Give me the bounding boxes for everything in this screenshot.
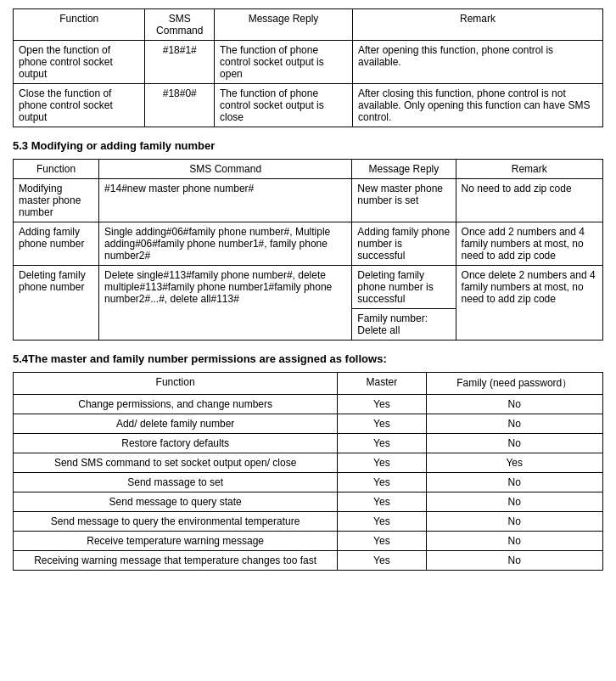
table-row: Receive temperature warning message Yes … (14, 532, 603, 551)
cell-master: Yes (338, 532, 426, 551)
table-row: Restore factory defaults Yes No (14, 434, 603, 453)
cell-master: Yes (338, 512, 426, 532)
cell-function: Modifying master phone number (14, 179, 99, 222)
cell-remark: After opening this function, phone contr… (352, 41, 602, 84)
cell-sms: #18#0# (145, 84, 215, 127)
cell-remark: Once add 2 numbers and 4 family numbers … (456, 222, 602, 266)
table-row: Receiving warning message that temperatu… (14, 551, 603, 571)
table-permissions: Function Master Family (need password） C… (13, 372, 603, 571)
section3-heading: 5.4The master and family number permissi… (13, 352, 603, 365)
cell-master: Yes (338, 395, 426, 414)
cell-function: Receiving warning message that temperatu… (14, 551, 338, 571)
cell-master: Yes (338, 414, 426, 434)
table-row: Send message to query the environmental … (14, 512, 603, 532)
cell-family: No (426, 532, 603, 551)
table-row: Adding family phone number Single adding… (14, 222, 603, 266)
table-row: Send massage to set Yes No (14, 473, 603, 492)
col-header-function: Function (14, 160, 99, 179)
table-phone-control: Function SMS Command Message Reply Remar… (13, 8, 603, 127)
cell-function: Send message to query the environmental … (14, 512, 338, 532)
cell-master: Yes (338, 551, 426, 571)
table-row: Modifying master phone number #14#new ma… (14, 179, 603, 222)
cell-remark: After closing this function, phone contr… (352, 84, 602, 127)
cell-master: Yes (338, 434, 426, 453)
table-row: Change permissions, and change numbers Y… (14, 395, 603, 414)
cell-function: Receive temperature warning message (14, 532, 338, 551)
cell-master: Yes (338, 473, 426, 492)
cell-family: No (426, 492, 603, 512)
cell-function: Open the function of phone control socke… (14, 41, 145, 84)
cell-reply: Adding family phone number is successful (352, 222, 456, 266)
cell-family: Yes (426, 453, 603, 473)
cell-sms: #14#new master phone number# (99, 179, 352, 222)
cell-function: Send message to query state (14, 492, 338, 512)
table-row: Open the function of phone control socke… (14, 41, 603, 84)
cell-function: Send SMS command to set socket output op… (14, 453, 338, 473)
cell-function: Close the function of phone control sock… (14, 84, 145, 127)
cell-family: No (426, 473, 603, 492)
cell-family: No (426, 414, 603, 434)
table-row: Add/ delete family number Yes No (14, 414, 603, 434)
table-family-number: Function SMS Command Message Reply Remar… (13, 159, 603, 340)
cell-reply: The function of phone control socket out… (215, 41, 353, 84)
cell-function: Change permissions, and change numbers (14, 395, 338, 414)
cell-reply-line2: Family number: Delete all (352, 309, 455, 340)
cell-master: Yes (338, 492, 426, 512)
cell-function: Restore factory defaults (14, 434, 338, 453)
col-header-family: Family (need password） (426, 373, 603, 395)
cell-sms: #18#1# (145, 41, 215, 84)
cell-reply: New master phone number is set (352, 179, 456, 222)
cell-reply-line1: Deleting family phone number is successf… (352, 266, 455, 309)
col-header-sms: SMS Command (145, 9, 215, 41)
col-header-remark: Remark (352, 9, 602, 41)
col-header-sms: SMS Command (99, 160, 352, 179)
col-header-master: Master (338, 373, 426, 395)
cell-family: No (426, 512, 603, 532)
cell-sms: Single adding#06#family phone number#, M… (99, 222, 352, 266)
cell-family: No (426, 551, 603, 571)
section2-heading: 5.3 Modifying or adding family number (13, 139, 603, 152)
cell-function: Send massage to set (14, 473, 338, 492)
cell-family: No (426, 434, 603, 453)
cell-reply-container: Deleting family phone number is successf… (352, 266, 456, 340)
cell-remark: No need to add zip code (456, 179, 602, 222)
cell-remark: Once delete 2 numbers and 4 family numbe… (456, 266, 602, 340)
cell-family: No (426, 395, 603, 414)
cell-function: Adding family phone number (14, 222, 99, 266)
cell-function: Add/ delete family number (14, 414, 338, 434)
cell-function: Deleting family phone number (14, 266, 99, 340)
col-header-remark: Remark (456, 160, 602, 179)
col-header-function: Function (14, 9, 145, 41)
col-header-reply: Message Reply (352, 160, 456, 179)
col-header-function: Function (14, 373, 338, 395)
table-row: Send message to query state Yes No (14, 492, 603, 512)
table-row: Close the function of phone control sock… (14, 84, 603, 127)
cell-reply: The function of phone control socket out… (215, 84, 353, 127)
cell-sms: Delete single#113#family phone number#, … (99, 266, 352, 340)
table-row: Send SMS command to set socket output op… (14, 453, 603, 473)
col-header-reply: Message Reply (215, 9, 353, 41)
cell-master: Yes (338, 453, 426, 473)
table-row: Deleting family phone number Delete sing… (14, 266, 603, 340)
